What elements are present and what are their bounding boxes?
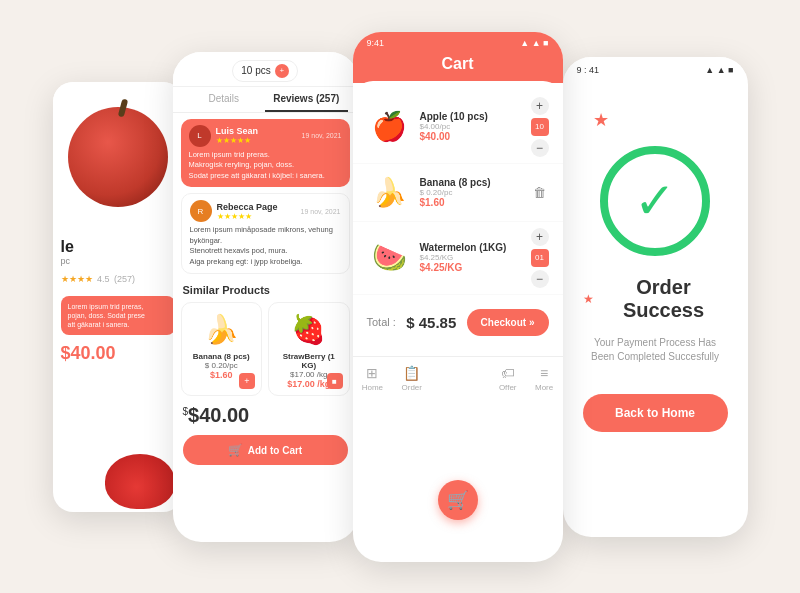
nav-spacer <box>440 365 480 392</box>
product-name: le <box>61 238 175 256</box>
success-status-time: 9 : 41 <box>577 65 600 75</box>
detail-tabs: Details Reviews (257) <box>173 87 358 113</box>
more-label: More <box>535 383 553 392</box>
strawberry-add-badge[interactable]: ■ <box>327 373 343 389</box>
home-icon: ⊞ <box>366 365 378 381</box>
apple-unit: $4.00/pc <box>420 122 523 131</box>
watermelon-cart-img: 🍉 <box>367 235 412 280</box>
nav-home[interactable]: ⊞ Home <box>362 365 383 392</box>
phone4-inner: 9 : 41 ▲ ▲ ■ ★ ✓ ★ Order Success Your Pa… <box>563 57 748 537</box>
banana-cart-img: 🍌 <box>367 170 412 215</box>
apple-details: Apple (10 pcs) $4.00/pc $40.00 <box>420 111 523 142</box>
cart-fab-icon: 🛒 <box>447 489 469 511</box>
offer-icon: 🏷 <box>501 365 515 381</box>
reviewer-stars-1: ★★★★★ <box>216 136 297 145</box>
checkout-label: Checkout » <box>481 317 535 328</box>
banana-details: Banana (8 pcs) $ 0.20/pc $1.60 <box>420 177 523 208</box>
cart-item-banana: 🍌 Banana (8 pcs) $ 0.20/pc $1.60 🗑 <box>353 164 563 222</box>
banana-name-cart: Banana (8 pcs) <box>420 177 523 188</box>
nav-offer[interactable]: 🏷 Offer <box>499 365 517 392</box>
banana-add-badge[interactable]: + <box>239 373 255 389</box>
banana-image: 🍌 <box>196 309 246 349</box>
success-title: Order Success <box>600 276 728 322</box>
product-bottom <box>53 452 183 512</box>
offer-label: Offer <box>499 383 517 392</box>
watermelon-unit: $4.25/KG <box>420 253 523 262</box>
success-check-circle: ✓ <box>600 146 710 256</box>
reviewer-name-2: Rebecca Page <box>217 202 296 212</box>
reviewer-row-2: R Rebecca Page ★★★★★ 19 nov, 2021 <box>190 200 341 222</box>
tab-reviews[interactable]: Reviews (257) <box>265 87 348 112</box>
watermelon-minus-btn[interactable]: − <box>531 270 549 288</box>
total-label: Total : <box>367 316 396 328</box>
cart-items-container: 🍎 Apple (10 pcs) $4.00/pc $40.00 + 10 − … <box>353 81 563 356</box>
nav-more[interactable]: ≡ More <box>535 365 553 392</box>
watermelon-plus-btn[interactable]: + <box>531 228 549 246</box>
cart-fab-button[interactable]: 🛒 <box>438 480 478 520</box>
phone2-bottom: $$40.00 🛒 Add to Cart <box>173 396 358 473</box>
avatar-2: R <box>190 200 212 222</box>
watermelon-name: Watermelon (1KG) <box>420 242 523 253</box>
product-stars: ★★★★ <box>61 274 93 284</box>
product-info: le pc ★★★★ 4.5 (257) <box>53 232 183 292</box>
cart-status-bar: 9:41 ▲ ▲ ■ <box>353 32 563 51</box>
success-signal: ▲ ▲ ■ <box>705 65 733 75</box>
status-time: 9:41 <box>367 38 385 48</box>
cart-title: Cart <box>353 51 563 83</box>
apple-minus-btn[interactable]: − <box>531 139 549 157</box>
cart-item-apple: 🍎 Apple (10 pcs) $4.00/pc $40.00 + 10 − <box>353 91 563 164</box>
phone-order-success: 9 : 41 ▲ ▲ ■ ★ ✓ ★ Order Success Your Pa… <box>563 57 748 537</box>
top-star-icon: ★ <box>593 109 609 131</box>
phone-product-detail: le pc ★★★★ 4.5 (257) Lorem ipsum trid pr… <box>53 82 183 512</box>
pcs-dot: + <box>275 64 289 78</box>
nav-order[interactable]: 📋 Order <box>402 365 422 392</box>
phone2-price: $$40.00 <box>183 404 348 427</box>
product-price: $40.00 <box>53 339 183 364</box>
small-star-icon: ★ <box>583 292 594 306</box>
back-to-home-button[interactable]: Back to Home <box>583 394 728 432</box>
phone2-header: 10 pcs + <box>173 52 358 87</box>
order-icon: 📋 <box>403 365 420 381</box>
success-status-bar: 9 : 41 ▲ ▲ ■ <box>563 57 748 79</box>
reviewer-stars-2: ★★★★★ <box>217 212 296 221</box>
product-reviews: (257) <box>114 274 135 284</box>
reviewer-row-1: L Luis Sean ★★★★★ 19 nov, 2021 <box>189 125 342 147</box>
star-row: ★ Order Success <box>583 276 728 322</box>
similar-item-banana[interactable]: 🍌 Banana (8 pcs) $ 0.20/pc $1.60 + <box>181 302 263 396</box>
home-label: Home <box>362 383 383 392</box>
banana-unit: $ 0.20/pc <box>420 188 523 197</box>
add-btn-label: Add to Cart <box>248 445 302 456</box>
phone3-wrapper: 9:41 ▲ ▲ ■ Cart 🍎 Apple (10 pcs) $4.00/p… <box>353 32 563 562</box>
order-label: Order <box>402 383 422 392</box>
pcs-badge: 10 pcs + <box>232 60 297 82</box>
review-body-2: Lorem ipsum minåposade mikrons, vehung b… <box>190 225 341 267</box>
product-rating: 4.5 <box>97 274 110 284</box>
cart-item-watermelon: 🍉 Watermelon (1KG) $4.25/KG $4.25/KG + 0… <box>353 222 563 295</box>
pcs-label: 10 pcs <box>241 65 270 76</box>
trash-icon[interactable]: 🗑 <box>531 183 549 201</box>
phone-reviews: 10 pcs + Details Reviews (257) L Luis Se… <box>173 52 358 542</box>
bottom-nav: ⊞ Home 📋 Order 🏷 Offer ≡ More <box>353 356 563 398</box>
apple-cart-img: 🍎 <box>367 104 412 149</box>
similar-products-grid: 🍌 Banana (8 pcs) $ 0.20/pc $1.60 + 🍓 Str… <box>173 302 358 396</box>
review-date-1: 19 nov, 2021 <box>302 132 342 139</box>
apple-plus-btn[interactable]: + <box>531 97 549 115</box>
total-amount: $ 45.85 <box>406 314 456 331</box>
phone-cart: 9:41 ▲ ▲ ■ Cart 🍎 Apple (10 pcs) $4.00/p… <box>353 32 563 562</box>
checkout-button[interactable]: Checkout » <box>467 309 549 336</box>
check-mark-icon: ✓ <box>634 176 676 226</box>
signal-icons: ▲ ▲ ■ <box>520 38 548 48</box>
watermelon-details: Watermelon (1KG) $4.25/KG $4.25/KG <box>420 242 523 273</box>
reviewer-info-2: Rebecca Page ★★★★★ <box>217 202 296 221</box>
add-to-cart-button[interactable]: 🛒 Add to Cart <box>183 435 348 465</box>
success-content: ★ ✓ ★ Order Success Your Payment Process… <box>563 79 748 452</box>
similar-item-strawberry[interactable]: 🍓 StrawBerry (1 KG) $17.00 /kg $17.00 /k… <box>268 302 350 396</box>
banana-qty-controls: 🗑 <box>531 183 549 201</box>
more-icon: ≡ <box>540 365 548 381</box>
review-excerpt-text: Lorem ipsum trid preras,pojan, doss. Sod… <box>68 302 168 329</box>
review-card-1: L Luis Sean ★★★★★ 19 nov, 2021 Lorem ips… <box>181 119 350 188</box>
tab-details[interactable]: Details <box>183 87 266 112</box>
apple-name: Apple (10 pcs) <box>420 111 523 122</box>
review-body-1: Lorem ipsum trid preras.Makrogisk reryli… <box>189 150 342 182</box>
watermelon-price: $4.25/KG <box>420 262 523 273</box>
